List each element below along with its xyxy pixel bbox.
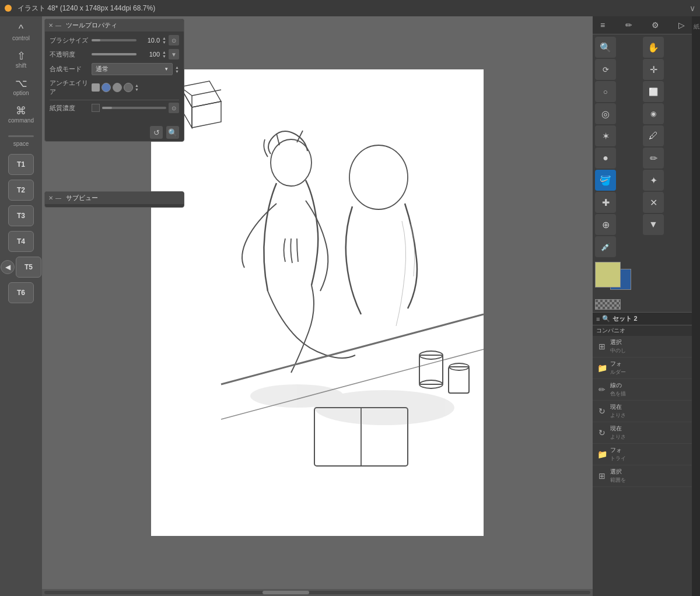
search-settings-button[interactable]: 🔍: [166, 126, 179, 139]
blend-tool[interactable]: ⊕: [595, 214, 616, 235]
right-toolbar: ≡ ✏ ⚙ ▷: [593, 16, 692, 34]
paper-texture-toggle[interactable]: [92, 104, 100, 112]
paper-texture-label: 紙質濃度: [50, 104, 89, 113]
canvas[interactable]: [151, 69, 484, 536]
antialias-circle-3[interactable]: [124, 83, 133, 92]
brush-size-slider[interactable]: [92, 39, 136, 41]
shift-icon: ⇧: [17, 51, 26, 61]
spray-tool[interactable]: ✦: [643, 170, 664, 191]
paper-texture-slider[interactable]: [102, 107, 166, 109]
star-tool[interactable]: ✶: [595, 125, 616, 146]
scrollbar-thumb[interactable]: [262, 591, 309, 594]
svg-point-6: [271, 139, 312, 186]
shift-label: shift: [16, 62, 26, 69]
auto-select-tool[interactable]: ◉: [643, 103, 664, 124]
eraser-dot-tool[interactable]: ●: [595, 148, 616, 169]
settings-icon[interactable]: ⚙: [649, 19, 662, 31]
antialias-circle-2[interactable]: [113, 83, 122, 92]
lasso-tool[interactable]: ○: [595, 81, 616, 102]
color-section: [593, 260, 692, 312]
layer-item-select[interactable]: ⊞ 選択 中のし: [593, 336, 692, 357]
main-area: ^ control ⇧ shift ⌥ option ⌘ command spa…: [0, 16, 700, 596]
title-chevron[interactable]: ∨: [690, 3, 695, 13]
tool-property-panel: ✕ — ツールプロパティ ブラシサイズ 10.0 ▲▼ ⊙ 不透明度: [44, 19, 184, 142]
t5-button[interactable]: T5: [16, 257, 41, 278]
t6-button[interactable]: T6: [8, 282, 34, 303]
move-tool[interactable]: ✛: [643, 59, 664, 80]
eyedropper-tool[interactable]: 💉: [595, 236, 616, 257]
layer-select2-icon: ⊞: [596, 470, 608, 482]
layer-item-current1[interactable]: ↻ 現在 よりさ: [593, 401, 692, 422]
pencil-tool[interactable]: ✏: [643, 148, 664, 169]
opacity-icon[interactable]: ▼: [169, 49, 179, 59]
rect-select-tool[interactable]: ⬜: [643, 81, 664, 102]
key-control[interactable]: ^ control: [4, 20, 38, 45]
t1-button[interactable]: T1: [8, 154, 34, 175]
transparent-swatch[interactable]: [595, 299, 621, 310]
layer-header-icon: ≡: [596, 315, 600, 322]
opacity-spinner[interactable]: ▲▼: [162, 50, 166, 58]
panel-title: ツールプロパティ: [66, 21, 117, 30]
panel-close-button[interactable]: ✕: [48, 22, 53, 29]
t2-button[interactable]: T2: [8, 180, 34, 201]
layer-current2-icon: ↻: [596, 427, 608, 439]
antialias-options: ▲▼: [92, 83, 139, 92]
main-color-swatch[interactable]: [595, 262, 621, 288]
opacity-label: 不透明度: [50, 50, 89, 59]
center-area: ✕ — ツールプロパティ ブラシサイズ 10.0 ▲▼ ⊙ 不透明度: [42, 16, 593, 596]
key-command[interactable]: ⌘ command: [4, 102, 38, 127]
subview-title: サブビュー: [66, 194, 98, 202]
brush-size-icon[interactable]: ⊙: [169, 35, 179, 45]
subtract-tool[interactable]: ✕: [643, 192, 664, 213]
key-shift[interactable]: ⇧ shift: [4, 47, 38, 72]
brush-icon[interactable]: ✏: [622, 19, 635, 31]
brush-size-spinner[interactable]: ▲▼: [162, 36, 166, 44]
magnify-tool[interactable]: 🔍: [595, 37, 616, 58]
t4-button[interactable]: T4: [8, 231, 34, 252]
subview-close[interactable]: ✕: [48, 195, 53, 201]
layer-panel-header: ≡ 🔍 セット 2: [593, 312, 692, 325]
antialias-circle-1[interactable]: [102, 83, 111, 92]
layer-folder-icon: 📁: [596, 362, 608, 374]
menu-icon[interactable]: ≡: [596, 19, 609, 31]
layer-search-icon[interactable]: 🔍: [602, 315, 610, 322]
layer-folder2-icon: 📁: [596, 448, 608, 460]
fill-tool[interactable]: ▼: [643, 214, 664, 235]
t5-arrow[interactable]: ◀: [1, 260, 15, 274]
antialias-square[interactable]: [92, 83, 100, 92]
layer-item-select2[interactable]: ⊞ 選択 範囲を: [593, 465, 692, 487]
layer-item-folder[interactable]: 📁 フォ ルダー: [593, 357, 692, 379]
reset-button[interactable]: ↺: [150, 126, 163, 139]
key-space[interactable]: space: [4, 129, 38, 150]
tool-property-titlebar: ✕ — ツールプロパティ: [45, 19, 184, 31]
expand-icon[interactable]: ▷: [676, 19, 688, 31]
subview-min[interactable]: —: [55, 195, 61, 201]
layer-item-current2[interactable]: ↻ 現在 よりさ: [593, 422, 692, 444]
rotate-tool[interactable]: ⟳: [595, 59, 616, 80]
paper-texture-icon[interactable]: ⊙: [169, 103, 179, 113]
layer-current1-icon: ↻: [596, 405, 608, 417]
key-option[interactable]: ⌥ option: [4, 75, 38, 100]
add-tool[interactable]: ✚: [595, 192, 616, 213]
freehand-tool[interactable]: ◎: [595, 103, 616, 124]
antialias-spinner[interactable]: ▲▼: [135, 83, 139, 92]
hand-tool[interactable]: ✋: [643, 37, 664, 58]
svg-line-4: [192, 90, 221, 96]
blend-mode-spinner[interactable]: ▲▼: [175, 65, 179, 73]
layer-item-folder2[interactable]: 📁 フォ トライ: [593, 444, 692, 465]
opacity-slider[interactable]: [92, 53, 136, 55]
command-icon: ⌘: [16, 106, 26, 116]
title-dot: [5, 5, 12, 12]
layer-item-line[interactable]: ✏ 線の 色を描: [593, 379, 692, 401]
blend-mode-label: 合成モード: [50, 65, 89, 73]
pen-tool[interactable]: 🖊: [643, 125, 664, 146]
panel-min-button[interactable]: —: [55, 22, 61, 29]
layer-select-info: 選択 中のし: [610, 338, 688, 355]
brush-size-row: ブラシサイズ 10.0 ▲▼ ⊙: [50, 35, 179, 45]
horizontal-scrollbar[interactable]: [42, 589, 593, 596]
t3-button[interactable]: T3: [8, 205, 34, 226]
bucket-tool[interactable]: 🪣: [595, 170, 616, 191]
blend-mode-select[interactable]: 通常 ▼: [92, 63, 173, 75]
companion-label: コンパニオ: [593, 325, 692, 336]
svg-line-7: [276, 134, 279, 145]
